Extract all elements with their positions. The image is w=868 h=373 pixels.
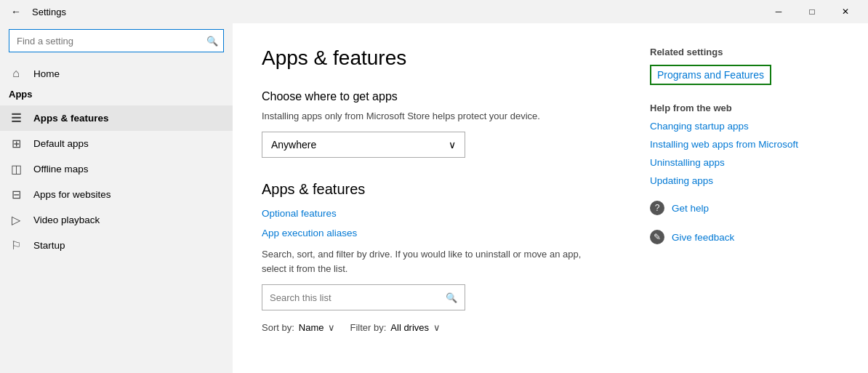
related-settings-label: Related settings	[650, 47, 839, 57]
choose-heading: Choose where to get apps	[262, 90, 606, 103]
give-feedback-row[interactable]: ✎ Give feedback	[650, 230, 839, 244]
programs-features-link[interactable]: Programs and Features	[650, 65, 771, 85]
app-execution-aliases-link[interactable]: App execution aliases	[262, 228, 606, 238]
search-list-container: 🔍	[262, 284, 465, 310]
uninstalling-apps-link[interactable]: Uninstalling apps	[650, 157, 839, 168]
sidebar-item-label: Default apps	[33, 138, 89, 149]
video-playback-icon: ▷	[9, 213, 23, 227]
sort-value: Name	[299, 322, 324, 333]
sidebar-item-default-apps[interactable]: ⊞ Default apps	[0, 131, 233, 156]
updating-apps-link[interactable]: Updating apps	[650, 175, 839, 186]
right-panel: Related settings Programs and Features H…	[650, 47, 839, 350]
sidebar-item-apps-features[interactable]: ☰ Apps & features	[0, 105, 233, 131]
sidebar-item-offline-maps[interactable]: ◫ Offline maps	[0, 156, 233, 182]
optional-features-link[interactable]: Optional features	[262, 208, 606, 219]
close-button[interactable]: ✕	[829, 0, 862, 23]
sort-by-control[interactable]: Sort by: Name ∨	[262, 322, 335, 333]
search-list-icon: 🔍	[446, 292, 457, 303]
get-help-icon: ?	[650, 201, 664, 215]
filter-by-control[interactable]: Filter by: All drives ∨	[350, 322, 441, 333]
filter-label: Filter by:	[350, 322, 386, 333]
filter-value: All drives	[390, 322, 429, 333]
maximize-button[interactable]: □	[795, 0, 829, 23]
minimize-button[interactable]: ─	[762, 0, 795, 23]
give-feedback-icon: ✎	[650, 230, 664, 244]
sidebar-item-apps-websites[interactable]: ⊟ Apps for websites	[0, 182, 233, 207]
sidebar-item-label: Offline maps	[33, 164, 89, 175]
get-help-label: Get help	[672, 203, 709, 214]
sort-label: Sort by:	[262, 322, 294, 333]
back-icon: ←	[11, 6, 21, 17]
installing-web-apps-link[interactable]: Installing web apps from Microsoft	[650, 139, 839, 150]
sort-chevron-icon: ∨	[328, 322, 335, 333]
choose-helper-text: Installing apps only from Microsoft Stor…	[262, 111, 606, 121]
sidebar-item-startup[interactable]: ⚐ Startup	[0, 233, 233, 258]
filter-helper-text: Search, sort, and filter by drive. If yo…	[262, 247, 606, 276]
offline-maps-icon: ◫	[9, 162, 23, 176]
close-icon: ✕	[842, 7, 849, 17]
sidebar-item-label: Apps & features	[33, 113, 109, 124]
search-list-input[interactable]	[270, 292, 446, 303]
title-bar: ← Settings ─ □ ✕	[0, 0, 868, 23]
app-body: 🔍 ⌂ Home Apps ☰ Apps & features ⊞ Defaul…	[0, 23, 868, 373]
filter-chevron-icon: ∨	[433, 322, 441, 333]
sidebar-item-label: Apps for websites	[33, 189, 111, 200]
apps-features-sub-title: Apps & features	[262, 181, 606, 198]
apps-features-icon: ☰	[9, 111, 23, 125]
main-content: Apps & features Choose where to get apps…	[262, 47, 606, 350]
sidebar-search-input[interactable]	[9, 29, 224, 52]
changing-startup-apps-link[interactable]: Changing startup apps	[650, 121, 839, 132]
sidebar-item-label: Home	[33, 68, 60, 79]
default-apps-icon: ⊞	[9, 137, 23, 151]
apps-websites-icon: ⊟	[9, 188, 23, 201]
chevron-down-icon: ∨	[449, 139, 456, 151]
home-icon: ⌂	[9, 67, 23, 80]
get-help-row[interactable]: ? Get help	[650, 201, 839, 215]
window-controls: ─ □ ✕	[762, 0, 862, 23]
back-button[interactable]: ←	[6, 1, 26, 22]
page-title: Apps & features	[262, 47, 606, 70]
dropdown-value: Anywhere	[271, 139, 316, 151]
anywhere-dropdown[interactable]: Anywhere ∨	[262, 132, 465, 158]
minimize-icon: ─	[776, 7, 782, 17]
sidebar-search-container: 🔍	[9, 29, 224, 52]
sidebar-item-label: Startup	[33, 240, 65, 251]
sidebar-section-apps: Apps	[0, 86, 233, 105]
give-feedback-label: Give feedback	[672, 232, 734, 243]
sidebar-search-icon: 🔍	[206, 36, 218, 47]
sort-filter-row: Sort by: Name ∨ Filter by: All drives ∨	[262, 322, 606, 333]
app-title: Settings	[32, 7, 66, 17]
startup-icon: ⚐	[9, 238, 23, 252]
sidebar: 🔍 ⌂ Home Apps ☰ Apps & features ⊞ Defaul…	[0, 23, 233, 373]
sidebar-item-video-playback[interactable]: ▷ Video playback	[0, 207, 233, 233]
sidebar-item-label: Video playback	[33, 214, 100, 225]
maximize-icon: □	[809, 7, 814, 17]
help-from-web-label: Help from the web	[650, 103, 839, 113]
content-area: Apps & features Choose where to get apps…	[233, 23, 868, 373]
sidebar-item-home[interactable]: ⌂ Home	[0, 61, 233, 86]
